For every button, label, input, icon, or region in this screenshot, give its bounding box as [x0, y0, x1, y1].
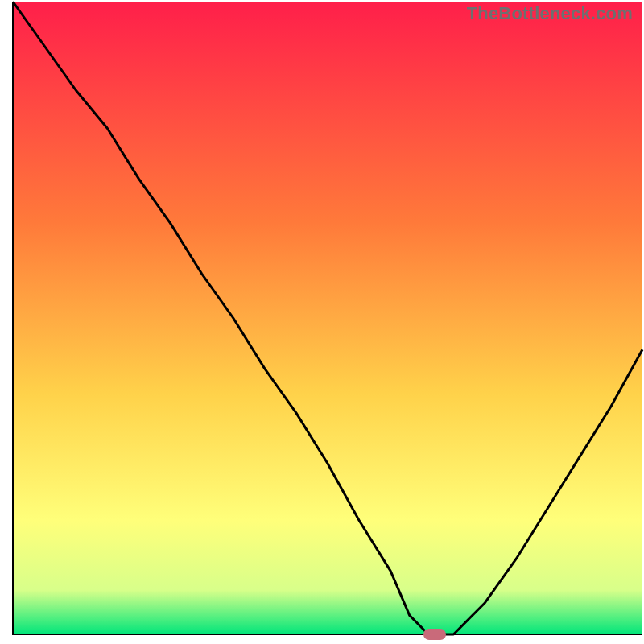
optimal-marker: [423, 629, 446, 640]
bottleneck-chart: TheBottleneck.com: [0, 0, 644, 644]
watermark-text: TheBottleneck.com: [467, 3, 633, 24]
gradient-background: [13, 2, 642, 634]
chart-svg: [0, 0, 644, 644]
